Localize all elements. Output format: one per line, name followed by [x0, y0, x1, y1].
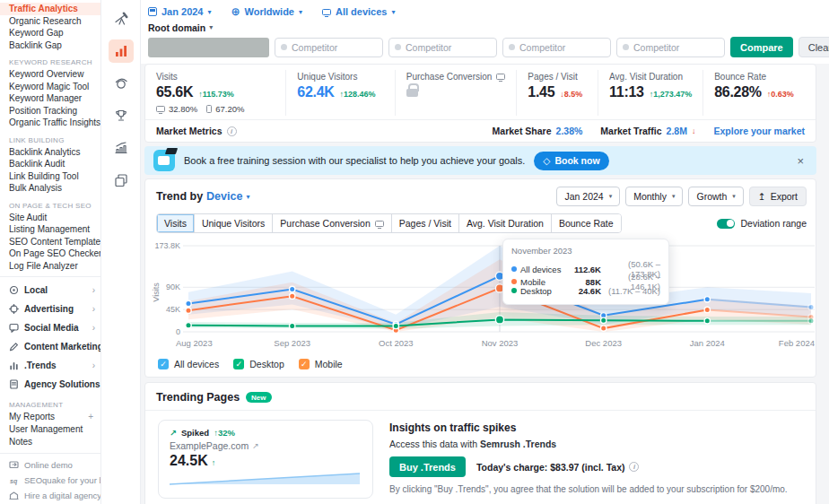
external-link-icon[interactable]: ↗ [252, 441, 259, 450]
scope-selector[interactable]: Root domain ▾ [148, 21, 816, 34]
filter-all-devices[interactable]: All devices▾ [322, 6, 396, 17]
sidebar-item-listing-management[interactable]: Listing Management [0, 223, 100, 236]
competitor-field[interactable] [519, 42, 605, 53]
sidebar-item-keyword-gap[interactable]: Keyword Gap [0, 27, 100, 39]
market-traffic-label: Market Traffic [600, 126, 661, 136]
select-jan-2024[interactable]: Jan 2024▾ [556, 187, 620, 206]
sidebar-item-user-management[interactable]: User Management [0, 423, 100, 436]
legend-mobile[interactable]: ✓Mobile [299, 359, 343, 369]
market-traffic-value[interactable]: 2.8M [667, 126, 687, 136]
sidebar-footer-agency[interactable]: Hire a digital agency [0, 488, 100, 503]
competitor-input[interactable] [502, 38, 611, 57]
group-label: Content Marketing [24, 342, 101, 352]
favicon-placeholder-icon [623, 44, 629, 50]
spiked-page-name[interactable]: ExamplePage.com [170, 440, 249, 451]
sidebar-item-link-building-tool[interactable]: Link Building Tool [0, 170, 100, 183]
sidebar-group--trends[interactable]: .Trends› [0, 356, 100, 375]
trend-dimension-selector[interactable]: Device [206, 190, 242, 203]
sidebar-item-seo-content-template[interactable]: SEO Content Template [0, 236, 100, 248]
chevron-down-icon: ▾ [391, 8, 395, 16]
divider [0, 276, 100, 277]
market-share-value[interactable]: 2.38% [556, 126, 583, 136]
sidebar-item-position-tracking[interactable]: Position Tracking [0, 105, 100, 117]
sidebar-item-organic-traffic-insights[interactable]: Organic Traffic Insights [0, 117, 100, 129]
spiked-page-card[interactable]: ↗ Spiked ↑32% ExamplePage.com ↗ 24.5K ↑ [158, 420, 373, 499]
tab-visits[interactable]: Visits [157, 214, 195, 232]
sidebar-group-agency-solutions[interactable]: Agency Solutions› [0, 375, 100, 394]
competitor-field[interactable] [633, 42, 719, 53]
tab-pages-visit[interactable]: Pages / Visit [392, 214, 459, 232]
market-share-label: Market Share [493, 126, 552, 136]
metric-value[interactable]: 62.4K [297, 84, 334, 100]
tab-avg-visit-duration[interactable]: Avg. Visit Duration [459, 214, 552, 232]
select-monthly[interactable]: Monthly▾ [625, 187, 683, 206]
cap-icon: ◇ [543, 155, 550, 166]
tab-unique-visitors[interactable]: Unique Visitors [195, 214, 273, 232]
deviation-range-toggle[interactable]: Deviation range [717, 218, 807, 229]
sidebar-group-social-media[interactable]: Social Media› [0, 318, 100, 337]
legend-all-devices[interactable]: ✓All devices [158, 359, 219, 369]
buy-trends-button[interactable]: Buy .Trends [389, 456, 466, 477]
plus-icon[interactable]: + [88, 411, 93, 423]
metric-value: 86.28% [714, 84, 761, 100]
legend-desktop[interactable]: ✓Desktop [233, 359, 284, 369]
chevron-right-icon: › [92, 304, 95, 314]
traffic-analytics-icon[interactable] [109, 39, 134, 63]
competitor-input[interactable] [275, 38, 383, 57]
seo-toolkit-icon[interactable] [109, 7, 134, 30]
filter-jan-2024[interactable]: Jan 2024▾ [148, 6, 212, 17]
sidebar-group-local[interactable]: Local› [0, 281, 100, 300]
close-icon[interactable]: × [793, 154, 807, 168]
social-tracker-icon[interactable] [109, 72, 134, 95]
sidebar-item-my-reports[interactable]: My Reports+ [0, 411, 100, 423]
trend-chart[interactable]: 045K90K173.8KVisitsAug 2023Sep 2023Oct 2… [145, 237, 816, 357]
sidebar-footer-sq[interactable]: sqSEOquake for your browser [0, 473, 100, 488]
sidebar-item-keyword-overview[interactable]: Keyword Overview [0, 68, 100, 81]
clear-button[interactable]: Clear [798, 37, 829, 57]
group-label: Local [24, 285, 48, 295]
tab-bounce-rate[interactable]: Bounce Rate [552, 214, 621, 232]
competitor-field[interactable] [406, 42, 491, 53]
filter-worldwide[interactable]: ⊕Worldwide▾ [231, 6, 303, 17]
metrics-card: Visits65.6K↑115.73%32.80%67.20%Unique Vi… [144, 64, 816, 143]
checkbox-checked-icon[interactable]: ✓ [158, 359, 169, 369]
sidebar-item-backlink-audit[interactable]: Backlink Audit [0, 158, 100, 170]
trend-title: Trend by [156, 190, 203, 203]
market-explorer-icon[interactable] [109, 136, 134, 160]
sidebar-item-keyword-magic-tool[interactable]: Keyword Magic Tool [0, 81, 100, 93]
export-button[interactable]: ↥Export [749, 187, 807, 206]
sidebar-item-log-file-analyzer[interactable]: Log File Analyzer [0, 260, 100, 273]
windows-overlap-icon[interactable] [109, 169, 134, 192]
competitor-input[interactable] [388, 38, 497, 57]
sidebar-item-backlink-gap[interactable]: Backlink Gap [0, 39, 100, 52]
trend-chart-svg: 045K90K173.8KVisitsAug 2023Sep 2023Oct 2… [151, 239, 818, 353]
sidebar-item-on-page-seo-checker[interactable]: On Page SEO Checker [0, 248, 100, 260]
sidebar-group-advertising[interactable]: Advertising› [0, 300, 100, 318]
compare-button[interactable]: Compare [730, 37, 793, 57]
sidebar-item-bulk-analysis[interactable]: Bulk Analysis [0, 182, 100, 195]
root-domain-input[interactable] [148, 38, 269, 57]
info-icon[interactable]: i [227, 126, 237, 136]
explore-market-link[interactable]: Explore your market [713, 126, 805, 136]
sidebar-item-organic-research[interactable]: Organic Research [0, 15, 100, 28]
sidebar-item-notes[interactable]: Notes [0, 436, 100, 448]
favicon-placeholder-icon [281, 44, 287, 50]
chevron-down-icon: ▾ [207, 8, 211, 16]
sidebar-group-content-marketing[interactable]: Content Marketing› [0, 337, 100, 356]
tab-purchase-conversion[interactable]: Purchase Conversion [273, 214, 391, 232]
sidebar-item-site-audit[interactable]: Site Audit [0, 212, 100, 224]
sidebar-item-backlink-analytics[interactable]: Backlink Analytics [0, 146, 100, 159]
rank-tracking-icon[interactable] [109, 104, 134, 127]
spiked-label: Spiked [181, 428, 209, 438]
checkbox-checked-icon[interactable]: ✓ [299, 359, 310, 369]
spike-percent: ↑32% [214, 428, 235, 438]
book-now-button[interactable]: ◇Book now [534, 152, 608, 170]
sidebar-footer-demo[interactable]: Online demo [0, 457, 100, 473]
info-icon[interactable]: i [629, 462, 639, 472]
competitor-input[interactable] [616, 38, 725, 57]
sidebar-item-traffic-analytics[interactable]: Traffic Analytics [0, 3, 100, 15]
select-growth[interactable]: Growth▾ [688, 187, 743, 206]
sidebar-item-keyword-manager[interactable]: Keyword Manager [0, 92, 100, 105]
competitor-field[interactable] [292, 42, 377, 53]
checkbox-checked-icon[interactable]: ✓ [233, 359, 244, 369]
